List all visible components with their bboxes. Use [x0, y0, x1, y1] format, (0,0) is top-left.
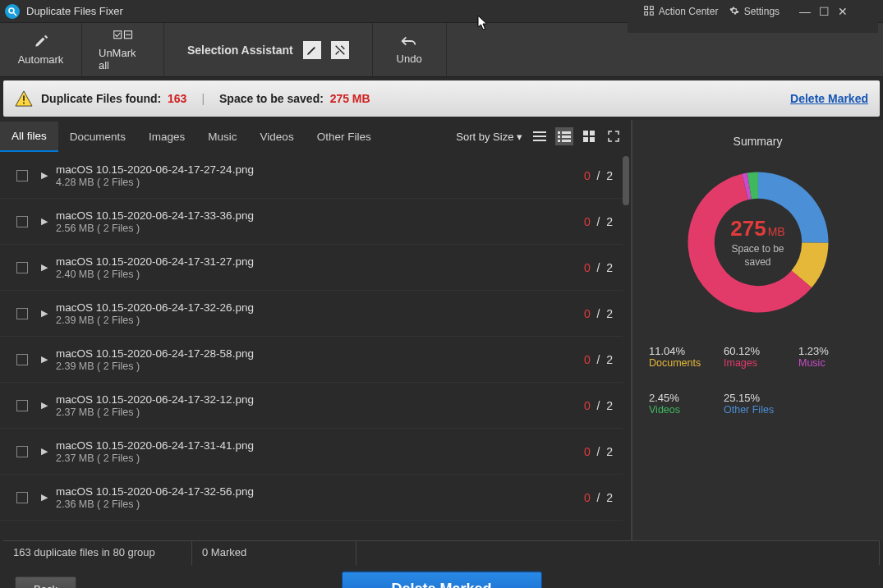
- tab-images[interactable]: Images: [137, 122, 196, 151]
- expand-icon[interactable]: ▶: [41, 446, 48, 457]
- file-name: macOS 10.15-2020-06-24-17-31-41.png: [56, 439, 584, 453]
- action-center-button[interactable]: Action Center: [644, 6, 718, 17]
- selection-assistant-button[interactable]: Selection Assistant: [164, 23, 373, 76]
- svg-rect-21: [583, 137, 588, 142]
- expand-icon[interactable]: ▶: [41, 170, 48, 181]
- scrollbar[interactable]: [623, 156, 629, 205]
- titlebar: Duplicate Files Fixer Action Center Sett…: [0, 0, 883, 23]
- stat-videos: 2.45%Videos: [649, 392, 717, 416]
- expand-icon[interactable]: ▶: [41, 216, 48, 227]
- tab-documents[interactable]: Documents: [58, 122, 137, 151]
- stat-music: 1.23%Music: [798, 345, 867, 369]
- undo-button[interactable]: Undo: [373, 23, 447, 76]
- tab-music[interactable]: Music: [196, 122, 248, 151]
- stat-pct: 25.15%: [724, 392, 792, 404]
- tab-videos[interactable]: Videos: [249, 122, 306, 151]
- file-row[interactable]: ▶macOS 10.15-2020-06-24-17-32-12.png2.37…: [0, 383, 623, 429]
- file-name: macOS 10.15-2020-06-24-17-33-36.png: [56, 209, 584, 223]
- svg-rect-10: [533, 131, 546, 133]
- maximize-button[interactable]: ☐: [819, 5, 830, 18]
- summary-title: Summary: [649, 135, 867, 148]
- settings-button[interactable]: Settings: [729, 6, 780, 17]
- stat-label: Images: [724, 357, 792, 369]
- file-row[interactable]: ▶macOS 10.15-2020-06-24-17-27-24.png4.28…: [0, 153, 623, 199]
- selection-count: 0 / 2: [584, 353, 613, 366]
- fullscreen-icon[interactable]: [605, 127, 623, 145]
- file-meta: 4.28 MB ( 2 Files ): [56, 177, 584, 188]
- stat-label: Videos: [649, 404, 717, 416]
- file-row[interactable]: ▶macOS 10.15-2020-06-24-17-33-36.png2.56…: [0, 199, 623, 245]
- view-list-icon[interactable]: [531, 127, 549, 145]
- file-name: macOS 10.15-2020-06-24-17-31-27.png: [56, 255, 584, 269]
- selection-count: 0 / 2: [584, 215, 613, 228]
- file-row[interactable]: ▶macOS 10.15-2020-06-24-17-31-41.png2.37…: [0, 429, 623, 475]
- view-grid-icon[interactable]: [580, 127, 598, 145]
- close-button[interactable]: ✕: [838, 5, 848, 18]
- file-meta: 2.39 MB ( 2 Files ): [56, 361, 584, 372]
- file-name: macOS 10.15-2020-06-24-17-32-26.png: [56, 301, 584, 315]
- row-checkbox[interactable]: [16, 492, 28, 503]
- selection-count: 0 / 2: [584, 261, 613, 274]
- file-meta: 2.37 MB ( 2 Files ): [56, 452, 584, 464]
- donut-value: 275: [730, 216, 766, 241]
- selection-count: 0 / 2: [584, 169, 613, 182]
- svg-line-1: [14, 12, 17, 16]
- file-row[interactable]: ▶macOS 10.15-2020-06-24-17-32-26.png2.39…: [0, 291, 623, 337]
- svg-rect-9: [23, 103, 25, 104]
- stat-label: Other Files: [724, 404, 792, 416]
- summary-panel: Summary 275MB Space to be saved 11.04%Do…: [632, 120, 883, 540]
- svg-rect-17: [558, 140, 560, 142]
- space-value: 275 MB: [330, 92, 370, 105]
- expand-icon[interactable]: ▶: [41, 492, 48, 503]
- expand-icon[interactable]: ▶: [41, 400, 48, 411]
- delete-marked-link[interactable]: Delete Marked: [790, 92, 868, 105]
- stat-pct: 11.04%: [649, 345, 717, 357]
- row-checkbox[interactable]: [16, 170, 28, 181]
- row-checkbox[interactable]: [16, 308, 28, 319]
- info-bar: Duplicate Files found: 163 | Space to be…: [3, 80, 880, 117]
- file-list: ▶macOS 10.15-2020-06-24-17-27-24.png4.28…: [0, 153, 631, 540]
- expand-icon[interactable]: ▶: [41, 308, 48, 319]
- svg-rect-19: [583, 131, 588, 136]
- automark-button[interactable]: Automark: [0, 23, 82, 76]
- back-button[interactable]: Back: [15, 577, 76, 589]
- svg-rect-20: [590, 131, 595, 136]
- tab-other[interactable]: Other Files: [306, 122, 383, 151]
- unmark-all-button[interactable]: UnMark all: [82, 23, 164, 76]
- file-name: macOS 10.15-2020-06-24-17-32-12.png: [56, 393, 584, 407]
- file-row[interactable]: ▶macOS 10.15-2020-06-24-17-32-56.png2.36…: [0, 475, 623, 521]
- expand-icon[interactable]: ▶: [41, 354, 48, 365]
- view-detail-icon[interactable]: [555, 127, 573, 145]
- sort-dropdown[interactable]: Sort by Size ▾: [456, 131, 531, 143]
- row-checkbox[interactable]: [16, 446, 28, 457]
- row-checkbox[interactable]: [16, 400, 28, 411]
- status-group-count: 163 duplicate files in 80 group: [3, 541, 192, 565]
- status-marked-count: 0 Marked: [192, 541, 356, 565]
- tab-all-files[interactable]: All files: [0, 122, 58, 152]
- stat-images: 60.12%Images: [724, 345, 792, 369]
- svg-rect-13: [558, 131, 560, 134]
- file-row[interactable]: ▶macOS 10.15-2020-06-24-17-31-27.png2.40…: [0, 245, 623, 291]
- file-row[interactable]: ▶macOS 10.15-2020-06-24-17-28-58.png2.39…: [0, 337, 623, 383]
- file-meta: 2.39 MB ( 2 Files ): [56, 315, 584, 326]
- selection-count: 0 / 2: [584, 445, 613, 458]
- tools-icon: [331, 41, 349, 59]
- stat-pct: 2.45%: [649, 392, 717, 404]
- file-meta: 2.40 MB ( 2 Files ): [56, 269, 584, 280]
- stat-label: Music: [798, 357, 867, 369]
- minimize-button[interactable]: —: [799, 5, 811, 18]
- svg-rect-11: [533, 136, 546, 137]
- row-checkbox[interactable]: [16, 262, 28, 273]
- file-meta: 2.56 MB ( 2 Files ): [56, 223, 584, 234]
- delete-marked-button[interactable]: Delete Marked: [341, 572, 541, 589]
- stat-pct: 60.12%: [724, 345, 792, 357]
- stat-documents: 11.04%Documents: [649, 345, 717, 369]
- svg-rect-5: [651, 11, 654, 15]
- file-name: macOS 10.15-2020-06-24-17-27-24.png: [56, 163, 584, 177]
- selection-count: 0 / 2: [584, 307, 613, 320]
- svg-rect-14: [562, 131, 571, 134]
- row-checkbox[interactable]: [16, 216, 28, 227]
- stat-other-files: 25.15%Other Files: [724, 392, 792, 416]
- row-checkbox[interactable]: [16, 354, 28, 365]
- expand-icon[interactable]: ▶: [41, 262, 48, 273]
